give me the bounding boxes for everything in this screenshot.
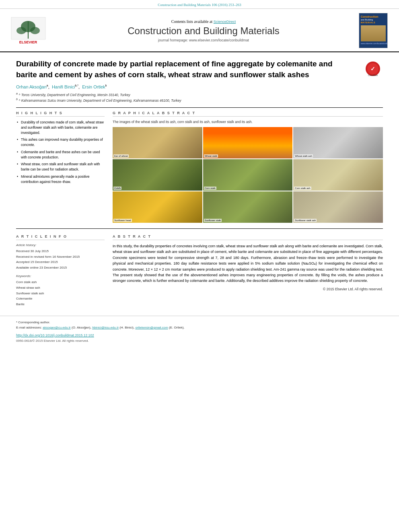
img-label-corn-stalk: Corn stalk [204, 187, 216, 190]
highlight-item-2: This ashes can improved many durability … [16, 137, 105, 148]
email-addresses: E-mail addresses: aksogan@cu.edu.tr (O. … [16, 325, 383, 331]
history-online: Available online 23 December 2015 [16, 265, 105, 271]
elsevier-logo: ELSEVIER [8, 15, 48, 46]
article-info-column: A R T I C L E I N F O Article history: R… [16, 234, 105, 307]
img-label-wheat-ash: Wheat stalk ash [294, 154, 313, 158]
email-label: E-mail addresses: [16, 326, 42, 329]
doi-link[interactable]: http://dx.doi.org/10.1016/j.conbuildmat.… [16, 333, 94, 337]
highlights-column: H I G H L I G H T S Durability of concre… [16, 111, 105, 223]
img-wheat-ash: Wheat stalk ash [293, 127, 383, 158]
journal-title: Construction and Building Materials [48, 25, 359, 37]
svg-text:✓: ✓ [370, 66, 375, 72]
highlight-item-3: Colemanite and barite and these ashes ca… [16, 150, 105, 160]
separator-after-affiliations [16, 107, 383, 108]
highlight-item-4: Wheat straw, corn stalk and sunflower st… [16, 162, 105, 172]
highlights-graphical-section: H I G H L I G H T S Durability of concre… [16, 111, 383, 223]
graphical-abstract-header: G R A P H I C A L A B S T R A C T [113, 111, 383, 117]
affiliation-a: a ᵇ Toros University, Department of Civi… [16, 92, 383, 98]
elsevier-logo-svg: ELSEVIER [9, 15, 47, 45]
highlight-item-1: Durability of concretes made of corn sta… [16, 120, 105, 135]
img-wheat-ear: Ear of wheat [113, 127, 202, 158]
email-ortlek[interactable]: ortlekersin@gmail.com [135, 326, 168, 329]
img-label-corn-ash: Corn stalk ash [294, 187, 311, 190]
img-sunflower-stalk: Sunflower stalk [203, 191, 293, 223]
image-grid: Ear of wheat Wheat stalk Wheat stalk ash… [113, 127, 383, 223]
img-corn-ash: Corn stalk ash [293, 159, 383, 191]
article-info-header: A R T I C L E I N F O [16, 234, 105, 240]
highlights-list: Durability of concretes made of corn sta… [16, 120, 105, 184]
svg-point-4 [30, 27, 40, 34]
graphical-abstract-subtitle: The images of the wheat stalk and its as… [113, 120, 383, 124]
img-sunflower-ash: Sunflower stalk ash [293, 191, 383, 223]
article-info-abstract-section: A R T I C L E I N F O Article history: R… [16, 234, 383, 307]
img-label-sunflower-ash: Sunflower stalk ash [294, 219, 317, 222]
cbm-cover-container: Construction and Building MATERIALS www.… [359, 13, 391, 48]
history-accepted: Accepted 15 December 2015 [16, 259, 105, 265]
img-corn-stalk: Corn stalk [203, 159, 293, 191]
footer: * Corresponding author. E-mail addresses… [0, 316, 399, 347]
svg-text:ELSEVIER: ELSEVIER [19, 40, 37, 44]
cbm-cover: Construction and Building MATERIALS www.… [359, 13, 388, 48]
img-label-corn-b: Cob/b [113, 187, 121, 190]
journal-header: ELSEVIER Contents lists available at Sci… [0, 9, 399, 52]
keyword-3: Sunflower stalk ash [16, 291, 105, 296]
main-content: Durability of concrete made by partial r… [0, 52, 399, 311]
abstract-column: A B S T R A C T In this study, the durab… [113, 234, 383, 307]
keywords-header: Keywords: [16, 274, 105, 278]
email-aksogan[interactable]: aksogan@cu.edu.tr [43, 326, 71, 329]
article-history-header: Article history: [16, 243, 105, 247]
highlights-header: H I G H L I G H T S [16, 111, 105, 117]
keyword-1: Corn stalk ash [16, 279, 105, 285]
keywords-section: Keywords: Corn stalk ash Wheat straw ash… [16, 274, 105, 307]
svg-point-3 [16, 27, 26, 34]
authors: Orhan Aksoğana, Hanifi Binicib,*, Ersin … [16, 84, 383, 89]
abstract-text: In this study, the durability properties… [113, 243, 383, 284]
history-revised: Received in revised form 16 November 201… [16, 254, 105, 260]
top-bar: Construction and Building Materials 106 … [0, 0, 399, 9]
journal-homepage: journal homepage: www.elsevier.com/locat… [48, 38, 359, 42]
graphical-abstract-column: G R A P H I C A L A B S T R A C T The im… [113, 111, 383, 223]
article-title: Durability of concrete made by partial r… [16, 59, 363, 80]
img-sunflower: Sunflower head [113, 191, 202, 223]
author-ortlek: Ersin Ortlek [82, 84, 105, 89]
sciencedirect-link[interactable]: ScienceDirect [214, 20, 236, 24]
issn-line: 0950-0618/© 2015 Elsevier Ltd. All right… [16, 339, 383, 343]
history-received: Received 30 July 2015 [16, 249, 105, 254]
img-label-sunflower-stalk: Sunflower stalk [204, 219, 222, 222]
keyword-2: Wheat straw ash [16, 285, 105, 291]
cbm-cover-image [361, 25, 386, 41]
author-aksogan: Orhan Aksoğan [16, 84, 47, 89]
img-label-wheat-ear: Ear of wheat [113, 154, 129, 158]
corresponding-author-note: * Corresponding author. [16, 320, 383, 325]
highlight-item-5: Mineral admixtures generally made a posi… [16, 174, 105, 185]
article-title-section: Durability of concrete made by partial r… [16, 59, 383, 80]
keywords-list: Corn stalk ash Wheat straw ash Sunflower… [16, 279, 105, 307]
article-history: Received 30 July 2015 Received in revise… [16, 249, 105, 270]
keyword-5: Barite [16, 302, 105, 307]
img-wheat-stalk: Wheat stalk [203, 127, 293, 158]
sciencedirect-text: Contents lists available at ScienceDirec… [48, 19, 359, 24]
crossmark-container: ✓ CrossMark [363, 59, 383, 78]
img-corn-b: Cob/b [113, 159, 202, 191]
crossmark-icon: ✓ CrossMark [365, 61, 381, 77]
journal-header-center: Contents lists available at ScienceDirec… [48, 19, 359, 42]
affiliations: a ᵇ Toros University, Department of Civi… [16, 92, 383, 103]
img-label-wheat-stalk: Wheat stalk [204, 154, 218, 158]
affiliation-b: b ᵇ Kahramanmaras Sutcu Imam University,… [16, 97, 383, 103]
abstract-header: A B S T R A C T [113, 234, 383, 240]
separator-after-highlights [16, 228, 383, 229]
page: Construction and Building Materials 106 … [0, 0, 399, 532]
img-label-sunflower: Sunflower head [113, 219, 132, 222]
email-binici[interactable]: hbinici@ksu.edu.tr [92, 326, 119, 329]
keyword-4: Colemanite [16, 296, 105, 302]
author-binici: Hanifi Binici [52, 84, 75, 89]
journal-reference-link[interactable]: Construction and Building Materials 106 … [158, 3, 241, 7]
svg-text:CrossMark: CrossMark [368, 74, 378, 76]
copyright-line: © 2015 Elsevier Ltd. All rights reserved… [113, 287, 383, 291]
